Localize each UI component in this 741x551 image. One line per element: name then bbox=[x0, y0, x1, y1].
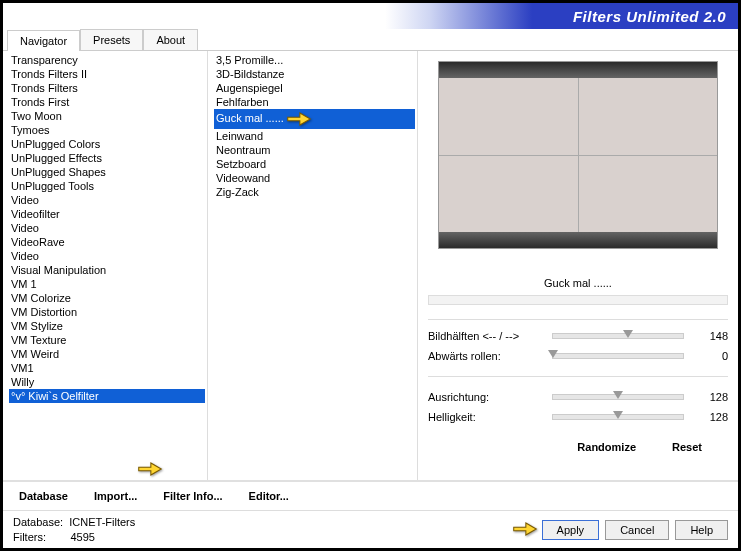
param-slider[interactable] bbox=[552, 333, 684, 339]
list-item[interactable]: Transparency bbox=[9, 53, 205, 67]
filter-panel: 3,5 Promille...3D-BildstanzeAugenspiegel… bbox=[208, 51, 418, 480]
param-slider[interactable] bbox=[552, 414, 684, 420]
list-item[interactable]: Videofilter bbox=[9, 207, 205, 221]
list-item[interactable]: VM Texture bbox=[9, 333, 205, 347]
randomize-button[interactable]: Randomize bbox=[577, 441, 636, 453]
list-item[interactable]: VideoRave bbox=[9, 235, 205, 249]
list-item[interactable]: Setzboard bbox=[214, 157, 415, 171]
list-item[interactable]: VM Stylize bbox=[9, 319, 205, 333]
tab-navigator[interactable]: Navigator bbox=[7, 30, 80, 51]
list-item[interactable]: UnPlugged Shapes bbox=[9, 165, 205, 179]
list-item[interactable]: UnPlugged Tools bbox=[9, 179, 205, 193]
list-item[interactable]: Tronds Filters II bbox=[9, 67, 205, 81]
list-item[interactable]: Two Moon bbox=[9, 109, 205, 123]
param-row: Abwärts rollen:0 bbox=[428, 346, 728, 366]
param-value: 128 bbox=[698, 391, 728, 403]
list-item[interactable]: VM Distortion bbox=[9, 305, 205, 319]
list-item[interactable]: Zig-Zack bbox=[214, 185, 415, 199]
list-item[interactable]: Leinwand bbox=[214, 129, 415, 143]
body: NavigatorPresetsAbout TransparencyTronds… bbox=[3, 29, 738, 548]
list-item[interactable]: Guck mal ...... bbox=[214, 109, 415, 129]
right-button-row: Randomize Reset bbox=[428, 431, 728, 459]
param-value: 148 bbox=[698, 330, 728, 342]
filterinfo-button[interactable]: Filter Info... bbox=[163, 490, 222, 502]
editor-button[interactable]: Editor... bbox=[249, 490, 289, 502]
list-item[interactable]: Fehlfarben bbox=[214, 95, 415, 109]
list-item[interactable]: °v° Kiwi`s Oelfilter bbox=[9, 389, 205, 403]
list-item[interactable]: UnPlugged Colors bbox=[9, 137, 205, 151]
list-item[interactable]: VM Colorize bbox=[9, 291, 205, 305]
param-label: Helligkeit: bbox=[428, 411, 538, 423]
list-item[interactable]: Willy bbox=[9, 375, 205, 389]
param-row: Ausrichtung:128 bbox=[428, 387, 728, 407]
tab-bar: NavigatorPresetsAbout bbox=[3, 29, 738, 51]
param-row: Helligkeit:128 bbox=[428, 407, 728, 427]
help-button[interactable]: Help bbox=[675, 520, 728, 540]
cancel-button[interactable]: Cancel bbox=[605, 520, 669, 540]
filter-list[interactable]: 3,5 Promille...3D-BildstanzeAugenspiegel… bbox=[208, 51, 417, 480]
param-value: 0 bbox=[698, 350, 728, 362]
highlight-hand-icon bbox=[288, 110, 312, 128]
list-item[interactable]: 3,5 Promille... bbox=[214, 53, 415, 67]
params-area: Bildhälften <-- / -->148Abwärts rollen:0… bbox=[428, 326, 728, 427]
list-item[interactable]: Tymoes bbox=[9, 123, 205, 137]
param-slider[interactable] bbox=[552, 394, 684, 400]
progress-bar bbox=[428, 295, 728, 305]
param-value: 128 bbox=[698, 411, 728, 423]
bottom-button-row: DatabaseImport...Filter Info...Editor... bbox=[3, 480, 738, 510]
footer-buttons: Apply Cancel Help bbox=[514, 520, 728, 540]
status-bar: Database: ICNET-Filters Filters: 4595 Ap… bbox=[3, 510, 738, 548]
app-title: Filters Unlimited 2.0 bbox=[573, 8, 726, 25]
list-item[interactable]: Video bbox=[9, 221, 205, 235]
highlight-hand-icon bbox=[514, 520, 538, 538]
list-item[interactable]: Visual Manipulation bbox=[9, 263, 205, 277]
list-item[interactable]: Neontraum bbox=[214, 143, 415, 157]
tab-presets[interactable]: Presets bbox=[80, 29, 143, 50]
current-filter-name: Guck mal ...... bbox=[428, 277, 728, 289]
list-item[interactable]: Videowand bbox=[214, 171, 415, 185]
param-row: Bildhälften <-- / -->148 bbox=[428, 326, 728, 346]
main-area: TransparencyTronds Filters IITronds Filt… bbox=[3, 51, 738, 480]
param-slider[interactable] bbox=[552, 353, 684, 359]
list-item[interactable]: UnPlugged Effects bbox=[9, 151, 205, 165]
apply-button[interactable]: Apply bbox=[542, 520, 600, 540]
list-item[interactable]: VM1 bbox=[9, 361, 205, 375]
list-item[interactable]: VM 1 bbox=[9, 277, 205, 291]
list-item[interactable]: Augenspiegel bbox=[214, 81, 415, 95]
list-item[interactable]: VM Weird bbox=[9, 347, 205, 361]
preview-panel: Guck mal ...... Bildhälften <-- / -->148… bbox=[418, 51, 738, 480]
reset-button[interactable]: Reset bbox=[672, 441, 702, 453]
tab-about[interactable]: About bbox=[143, 29, 198, 50]
list-item[interactable]: Video bbox=[9, 193, 205, 207]
app-window: Filters Unlimited 2.0 NavigatorPresetsAb… bbox=[0, 0, 741, 551]
title-bar: Filters Unlimited 2.0 bbox=[3, 3, 738, 29]
database-button[interactable]: Database bbox=[19, 490, 68, 502]
category-list[interactable]: TransparencyTronds Filters IITronds Filt… bbox=[3, 51, 207, 480]
param-label: Abwärts rollen: bbox=[428, 350, 538, 362]
status-text: Database: ICNET-Filters Filters: 4595 bbox=[13, 515, 135, 544]
list-item[interactable]: Tronds First bbox=[9, 95, 205, 109]
category-panel: TransparencyTronds Filters IITronds Filt… bbox=[3, 51, 208, 480]
import-button[interactable]: Import... bbox=[94, 490, 137, 502]
list-item[interactable]: Video bbox=[9, 249, 205, 263]
highlight-hand-icon bbox=[139, 460, 163, 478]
param-label: Bildhälften <-- / --> bbox=[428, 330, 538, 342]
param-label: Ausrichtung: bbox=[428, 391, 538, 403]
preview-image bbox=[438, 61, 718, 249]
list-item[interactable]: 3D-Bildstanze bbox=[214, 67, 415, 81]
list-item[interactable]: Tronds Filters bbox=[9, 81, 205, 95]
